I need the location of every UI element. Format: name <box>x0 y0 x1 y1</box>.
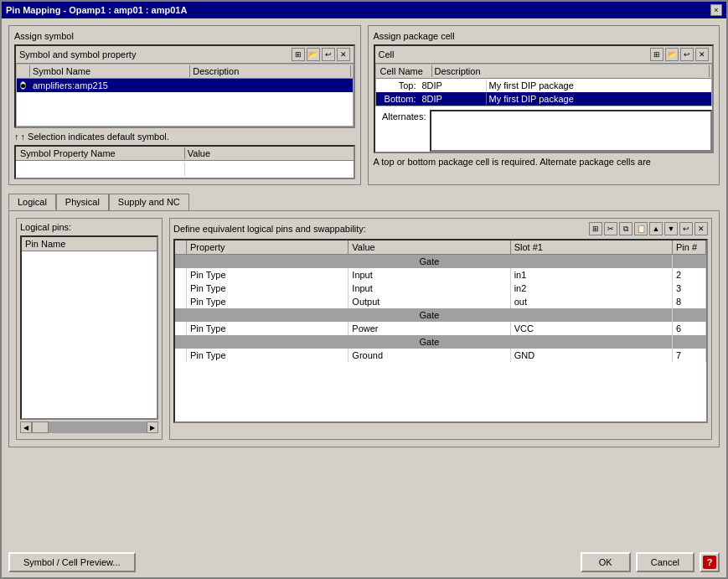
help-icon[interactable]: ? <box>700 552 720 572</box>
logical-pins-panel: Logical pins: Pin Name ◀ ▶ <box>16 218 163 440</box>
scroll-left-btn[interactable]: ◀ <box>20 421 32 433</box>
pin-row-gnd[interactable]: Pin Type Ground GND 7 <box>175 349 706 362</box>
ok-button[interactable]: OK <box>581 552 631 572</box>
tab-supply-nc[interactable]: Supply and NC <box>109 194 189 210</box>
bottom-bar: Symbol / Cell Preview... OK Cancel ? <box>2 547 726 577</box>
tab-logical[interactable]: Logical <box>8 194 56 210</box>
close-cell-icon[interactable]: ✕ <box>695 48 709 61</box>
pin-value-in1: Input <box>349 268 510 282</box>
symbol-toolbar: ⊞ 📂 ↩ ✕ <box>292 48 350 61</box>
bottom-cell-description: My first DIP package <box>487 93 710 105</box>
gate-icon-cell <box>175 255 187 268</box>
dp-close-icon[interactable]: ✕ <box>694 222 708 235</box>
symbol-panel-title: Symbol and symbol property <box>19 49 136 59</box>
dp-icon4[interactable]: 📋 <box>634 222 648 235</box>
pin-row-in1[interactable]: Pin Type Input in1 2 <box>175 268 706 282</box>
right-buttons: OK Cancel ? <box>581 552 720 572</box>
cancel-button[interactable]: Cancel <box>636 552 694 572</box>
pin-slot-in1: in1 <box>511 268 673 282</box>
preview-button[interactable]: Symbol / Cell Preview... <box>8 552 136 572</box>
dp-icon3[interactable]: ⧉ <box>619 222 632 235</box>
description-cell <box>190 80 350 91</box>
define-pins-panel: Define equivalent logical pins and swapp… <box>169 218 712 440</box>
cell-top-row[interactable]: Top: 8DIP My first DIP package <box>376 79 712 92</box>
value-header: Value <box>349 240 510 254</box>
cell-table-header: Cell Name Description <box>376 65 712 79</box>
radio-button[interactable] <box>20 81 26 90</box>
package-note: A top or bottom package cell is required… <box>374 157 715 167</box>
radio-col-header <box>18 65 30 77</box>
cell-panel: Cell ⊞ 📂 ↩ ✕ Cell Name Description <box>374 44 715 153</box>
pin-num-header: Pin # <box>673 240 706 254</box>
scroll-track <box>32 421 147 433</box>
gate-label-3: Gate <box>187 335 673 349</box>
bottom-label: Bottom: <box>378 94 420 104</box>
pin-property-in1: Pin Type <box>187 268 349 282</box>
window-title: Pin Mapping - Opamp1 : amp01 : amp01A <box>6 5 187 15</box>
pin-num-out: 8 <box>673 295 706 308</box>
tab-inner: Logical pins: Pin Name ◀ ▶ <box>16 218 712 440</box>
pin-row-vcc[interactable]: Pin Type Power VCC 6 <box>175 322 706 335</box>
tabs: Logical Physical Supply and NC <box>8 194 720 210</box>
pin-value-out: Output <box>349 295 510 308</box>
sym-prop-value-header: Value <box>185 147 352 159</box>
main-content: Assign symbol Symbol and symbol property… <box>2 18 726 454</box>
dp-icon1[interactable]: ⊞ <box>589 222 602 235</box>
gate-row-2: Gate <box>175 308 706 322</box>
pin-num-vcc: 6 <box>673 322 706 335</box>
symbol-property-table: Symbol Property Name Value <box>14 145 355 179</box>
selection-note: ↑ ↑ Selection indicates default symbol. <box>14 132 355 142</box>
scroll-right-btn[interactable]: ▶ <box>147 421 158 433</box>
gate-pin-cell2 <box>673 308 706 322</box>
cell-bottom-row[interactable]: Bottom: 8DIP My first DIP package <box>376 92 712 106</box>
pin-num-in1: 2 <box>673 268 706 282</box>
alternates-label: Alternates: <box>375 110 430 152</box>
alternates-section: Alternates: <box>375 110 713 152</box>
pin-row-out[interactable]: Pin Type Output out 8 <box>175 295 706 308</box>
pin-icon-cell4 <box>175 322 187 335</box>
gate-icon-cell2 <box>175 308 187 322</box>
sym-prop-header: Symbol Property Name Value <box>16 147 354 161</box>
undo-cell-icon[interactable]: ↩ <box>680 48 694 61</box>
tab-content: Logical pins: Pin Name ◀ ▶ <box>8 210 720 447</box>
symbol-name-cell: amplifiers:amp215 <box>30 80 190 91</box>
open-symbol-icon[interactable]: 📂 <box>307 48 320 61</box>
window-close-button[interactable]: × <box>710 4 722 16</box>
dp-undo-icon[interactable]: ↩ <box>679 222 693 235</box>
main-window: Pin Mapping - Opamp1 : amp01 : amp01A × … <box>0 0 728 579</box>
pin-name-header: Pin Name <box>22 237 157 251</box>
assign-symbol-title: Assign symbol <box>14 31 355 41</box>
gate-label-2: Gate <box>187 308 673 322</box>
gate-pin-cell <box>673 255 706 268</box>
pins-table-header: Property Value Slot #1 Pin # <box>175 240 706 255</box>
pin-property-vcc: Pin Type <box>187 322 349 335</box>
cell-toolbar: ⊞ 📂 ↩ ✕ <box>650 48 709 61</box>
new-symbol-icon[interactable]: ⊞ <box>292 48 305 61</box>
open-cell-icon[interactable]: 📂 <box>665 48 679 61</box>
scroll-thumb[interactable] <box>32 421 49 433</box>
dp-icon6[interactable]: ▼ <box>664 222 678 235</box>
gate-pin-cell3 <box>673 335 706 349</box>
assign-package-panel: Assign package cell Cell ⊞ 📂 ↩ ✕ Cel <box>368 25 720 185</box>
pin-slot-gnd: GND <box>511 349 673 362</box>
symbol-panel-header: Symbol and symbol property ⊞ 📂 ↩ ✕ <box>16 46 354 64</box>
pin-icon-cell2 <box>175 282 187 295</box>
cell-panel-title: Cell <box>379 49 395 59</box>
dp-icon2[interactable]: ✂ <box>604 222 617 235</box>
alternates-inner <box>430 110 713 152</box>
assign-package-title: Assign package cell <box>374 31 715 41</box>
pin-row-in2[interactable]: Pin Type Input in2 3 <box>175 282 706 295</box>
close-symbol-icon[interactable]: ✕ <box>337 48 350 61</box>
symbol-table-row[interactable]: amplifiers:amp215 <box>17 79 353 92</box>
dp-icon5[interactable]: ▲ <box>649 222 663 235</box>
titlebar: Pin Mapping - Opamp1 : amp01 : amp01A × <box>2 2 726 18</box>
gate-label-1: Gate <box>187 255 673 268</box>
undo-symbol-icon[interactable]: ↩ <box>322 48 335 61</box>
pin-property-gnd: Pin Type <box>187 349 349 362</box>
gate-row-1: Gate <box>175 255 706 268</box>
icon-col-header <box>175 240 187 254</box>
new-cell-icon[interactable]: ⊞ <box>650 48 663 61</box>
pin-num-gnd: 7 <box>673 349 706 362</box>
define-pins-header-row: Define equivalent logical pins and swapp… <box>173 222 708 235</box>
tab-physical[interactable]: Physical <box>56 194 109 210</box>
